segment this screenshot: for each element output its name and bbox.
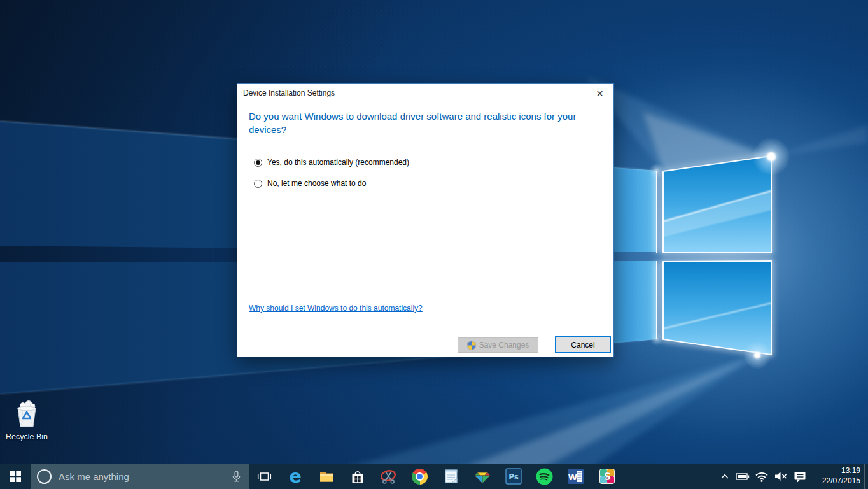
- taskbar-app-snipping-tool[interactable]: [373, 464, 404, 489]
- tray-clock[interactable]: 13:19 22/07/2015: [815, 466, 860, 486]
- chevron-up-icon: [719, 471, 731, 482]
- separator: [249, 330, 602, 330]
- search-input[interactable]: [57, 471, 225, 483]
- tray-time: 13:19: [815, 466, 860, 476]
- file-explorer-icon: [318, 468, 335, 485]
- dialog-question: Do you want Windows to download driver s…: [249, 110, 600, 137]
- windows-start-icon: [10, 471, 21, 482]
- save-changes-label: Save Changes: [479, 341, 529, 350]
- store-icon: [349, 468, 366, 485]
- recycle-bin[interactable]: Recycle Bin: [5, 399, 48, 441]
- wifi-icon: [754, 469, 769, 484]
- taskbar-app-store[interactable]: [342, 464, 373, 489]
- taskbar-app-gem[interactable]: [466, 464, 498, 489]
- taskbar-app-photoshop[interactable]: Ps: [498, 464, 529, 489]
- chrome-icon: [412, 469, 428, 485]
- why-automatic-link[interactable]: Why should I set Windows to do this auto…: [249, 304, 423, 313]
- svg-text:W: W: [568, 472, 577, 482]
- notepad-icon: [443, 468, 459, 485]
- snipping-tool-icon: [380, 468, 397, 485]
- tray-wifi-button[interactable]: [752, 464, 771, 489]
- close-icon[interactable]: ×: [592, 86, 607, 101]
- taskbar-app-spotify[interactable]: [529, 464, 560, 489]
- task-view-icon: [257, 471, 272, 483]
- svg-text:e: e: [289, 467, 302, 485]
- desktop: Recycle Bin Device Installation Settings…: [0, 0, 868, 464]
- system-tray: 13:19 22/07/2015: [717, 464, 868, 489]
- taskbar-app-word[interactable]: W: [560, 464, 591, 489]
- tray-battery-button[interactable]: [733, 464, 752, 489]
- spotify-icon: [536, 468, 553, 485]
- tray-action-center-button[interactable]: [790, 464, 809, 489]
- cortana-icon: [37, 469, 52, 484]
- taskbar-app-chrome[interactable]: [404, 464, 435, 489]
- show-desktop-button[interactable]: [864, 464, 868, 489]
- radio-option-no-label: No, let me choose what to do: [267, 179, 366, 188]
- task-view-button[interactable]: [249, 464, 279, 489]
- svg-text:S: S: [603, 471, 611, 483]
- taskbar: e: [0, 464, 868, 489]
- uac-shield-icon: [467, 341, 476, 350]
- tray-volume-button[interactable]: [771, 464, 790, 489]
- dialog-title: Device Installation Settings: [243, 89, 335, 97]
- battery-icon: [735, 469, 750, 484]
- recycle-bin-label: Recycle Bin: [5, 432, 48, 441]
- radio-button-yes[interactable]: [254, 159, 262, 167]
- photoshop-icon: Ps: [505, 468, 522, 485]
- gem-icon: [474, 468, 491, 485]
- cancel-label: Cancel: [571, 341, 594, 350]
- volume-muted-icon: [773, 469, 788, 484]
- device-installation-dialog: Device Installation Settings × Do you wa…: [237, 83, 614, 357]
- start-button[interactable]: [0, 464, 31, 489]
- tray-chevron-button[interactable]: [717, 464, 733, 489]
- cancel-button[interactable]: Cancel: [555, 336, 611, 353]
- radio-button-no[interactable]: [254, 180, 262, 188]
- taskbar-app-slack[interactable]: S: [591, 464, 622, 489]
- save-changes-button[interactable]: Save Changes: [458, 337, 538, 353]
- taskbar-app-edge[interactable]: e: [279, 464, 311, 489]
- taskbar-app-notepad[interactable]: [435, 464, 466, 489]
- taskbar-spacer: [622, 464, 717, 489]
- radio-option-yes-label: Yes, do this automatically (recommended): [267, 158, 409, 167]
- edge-icon: e: [286, 467, 304, 485]
- svg-text:Ps: Ps: [508, 472, 519, 481]
- word-icon: W: [568, 468, 584, 485]
- tray-date: 22/07/2015: [815, 476, 860, 486]
- taskbar-app-file-explorer[interactable]: [311, 464, 342, 489]
- recycle-bin-icon: [11, 399, 42, 429]
- radio-option-yes[interactable]: Yes, do this automatically (recommended): [254, 157, 409, 167]
- slack-icon: S: [599, 468, 615, 485]
- radio-option-no[interactable]: No, let me choose what to do: [254, 178, 366, 188]
- microphone-icon[interactable]: [230, 470, 242, 483]
- action-center-icon: [792, 469, 808, 484]
- cortana-search-box[interactable]: [31, 464, 249, 489]
